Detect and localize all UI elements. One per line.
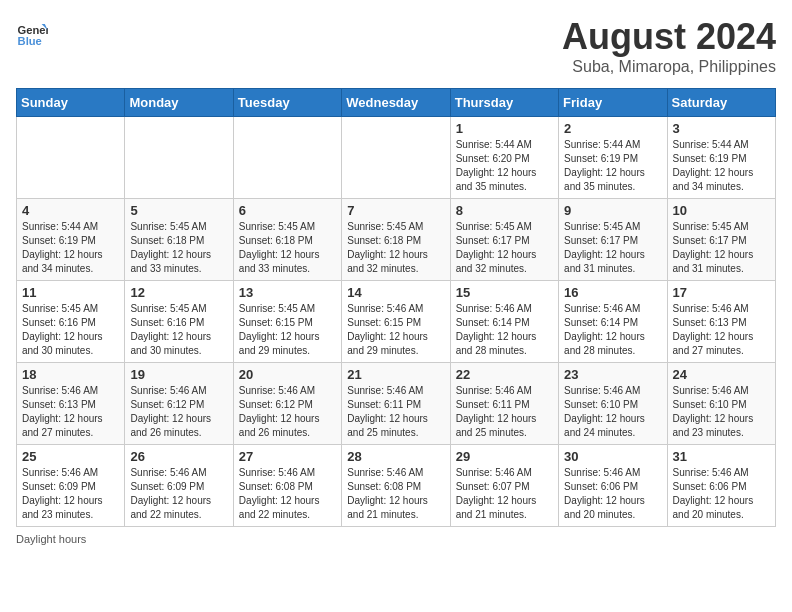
day-number: 12	[130, 285, 227, 300]
day-number: 16	[564, 285, 661, 300]
day-header-wednesday: Wednesday	[342, 89, 450, 117]
header: General Blue August 2024 Suba, Mimaropa,…	[16, 16, 776, 76]
calendar-cell: 31Sunrise: 5:46 AM Sunset: 6:06 PM Dayli…	[667, 445, 775, 527]
day-number: 22	[456, 367, 553, 382]
day-info: Sunrise: 5:46 AM Sunset: 6:08 PM Dayligh…	[239, 466, 336, 522]
day-info: Sunrise: 5:44 AM Sunset: 6:19 PM Dayligh…	[673, 138, 770, 194]
day-number: 5	[130, 203, 227, 218]
calendar-cell: 13Sunrise: 5:45 AM Sunset: 6:15 PM Dayli…	[233, 281, 341, 363]
day-number: 26	[130, 449, 227, 464]
calendar-cell: 21Sunrise: 5:46 AM Sunset: 6:11 PM Dayli…	[342, 363, 450, 445]
day-number: 11	[22, 285, 119, 300]
day-number: 1	[456, 121, 553, 136]
day-info: Sunrise: 5:46 AM Sunset: 6:10 PM Dayligh…	[673, 384, 770, 440]
calendar-cell: 24Sunrise: 5:46 AM Sunset: 6:10 PM Dayli…	[667, 363, 775, 445]
calendar-week-row: 18Sunrise: 5:46 AM Sunset: 6:13 PM Dayli…	[17, 363, 776, 445]
day-number: 29	[456, 449, 553, 464]
day-number: 3	[673, 121, 770, 136]
calendar-header: SundayMondayTuesdayWednesdayThursdayFrid…	[17, 89, 776, 117]
day-header-friday: Friday	[559, 89, 667, 117]
logo: General Blue	[16, 16, 48, 48]
day-info: Sunrise: 5:46 AM Sunset: 6:14 PM Dayligh…	[456, 302, 553, 358]
calendar-cell: 10Sunrise: 5:45 AM Sunset: 6:17 PM Dayli…	[667, 199, 775, 281]
day-header-monday: Monday	[125, 89, 233, 117]
day-info: Sunrise: 5:45 AM Sunset: 6:17 PM Dayligh…	[456, 220, 553, 276]
calendar-cell: 30Sunrise: 5:46 AM Sunset: 6:06 PM Dayli…	[559, 445, 667, 527]
day-number: 10	[673, 203, 770, 218]
calendar-cell: 14Sunrise: 5:46 AM Sunset: 6:15 PM Dayli…	[342, 281, 450, 363]
calendar-cell: 22Sunrise: 5:46 AM Sunset: 6:11 PM Dayli…	[450, 363, 558, 445]
svg-text:Blue: Blue	[18, 35, 42, 47]
calendar-cell: 26Sunrise: 5:46 AM Sunset: 6:09 PM Dayli…	[125, 445, 233, 527]
day-number: 31	[673, 449, 770, 464]
calendar-week-row: 25Sunrise: 5:46 AM Sunset: 6:09 PM Dayli…	[17, 445, 776, 527]
calendar-cell: 19Sunrise: 5:46 AM Sunset: 6:12 PM Dayli…	[125, 363, 233, 445]
day-number: 25	[22, 449, 119, 464]
calendar-cell: 9Sunrise: 5:45 AM Sunset: 6:17 PM Daylig…	[559, 199, 667, 281]
day-info: Sunrise: 5:46 AM Sunset: 6:15 PM Dayligh…	[347, 302, 444, 358]
day-info: Sunrise: 5:45 AM Sunset: 6:16 PM Dayligh…	[130, 302, 227, 358]
day-header-saturday: Saturday	[667, 89, 775, 117]
day-number: 28	[347, 449, 444, 464]
calendar-cell: 11Sunrise: 5:45 AM Sunset: 6:16 PM Dayli…	[17, 281, 125, 363]
day-info: Sunrise: 5:45 AM Sunset: 6:15 PM Dayligh…	[239, 302, 336, 358]
month-year-title: August 2024	[562, 16, 776, 58]
day-number: 15	[456, 285, 553, 300]
day-info: Sunrise: 5:45 AM Sunset: 6:18 PM Dayligh…	[130, 220, 227, 276]
day-info: Sunrise: 5:46 AM Sunset: 6:12 PM Dayligh…	[130, 384, 227, 440]
calendar-body: 1Sunrise: 5:44 AM Sunset: 6:20 PM Daylig…	[17, 117, 776, 527]
calendar-cell: 27Sunrise: 5:46 AM Sunset: 6:08 PM Dayli…	[233, 445, 341, 527]
day-info: Sunrise: 5:46 AM Sunset: 6:08 PM Dayligh…	[347, 466, 444, 522]
day-info: Sunrise: 5:45 AM Sunset: 6:18 PM Dayligh…	[347, 220, 444, 276]
calendar-cell: 25Sunrise: 5:46 AM Sunset: 6:09 PM Dayli…	[17, 445, 125, 527]
day-number: 8	[456, 203, 553, 218]
day-number: 18	[22, 367, 119, 382]
calendar-cell: 28Sunrise: 5:46 AM Sunset: 6:08 PM Dayli…	[342, 445, 450, 527]
day-info: Sunrise: 5:46 AM Sunset: 6:10 PM Dayligh…	[564, 384, 661, 440]
calendar-week-row: 1Sunrise: 5:44 AM Sunset: 6:20 PM Daylig…	[17, 117, 776, 199]
day-info: Sunrise: 5:45 AM Sunset: 6:16 PM Dayligh…	[22, 302, 119, 358]
day-info: Sunrise: 5:46 AM Sunset: 6:13 PM Dayligh…	[673, 302, 770, 358]
calendar-cell: 8Sunrise: 5:45 AM Sunset: 6:17 PM Daylig…	[450, 199, 558, 281]
day-number: 21	[347, 367, 444, 382]
day-headers-row: SundayMondayTuesdayWednesdayThursdayFrid…	[17, 89, 776, 117]
day-info: Sunrise: 5:44 AM Sunset: 6:20 PM Dayligh…	[456, 138, 553, 194]
calendar-cell	[125, 117, 233, 199]
day-info: Sunrise: 5:45 AM Sunset: 6:17 PM Dayligh…	[564, 220, 661, 276]
day-number: 6	[239, 203, 336, 218]
calendar-table: SundayMondayTuesdayWednesdayThursdayFrid…	[16, 88, 776, 527]
calendar-cell: 2Sunrise: 5:44 AM Sunset: 6:19 PM Daylig…	[559, 117, 667, 199]
day-number: 19	[130, 367, 227, 382]
calendar-cell: 6Sunrise: 5:45 AM Sunset: 6:18 PM Daylig…	[233, 199, 341, 281]
day-number: 13	[239, 285, 336, 300]
calendar-cell	[342, 117, 450, 199]
calendar-cell: 1Sunrise: 5:44 AM Sunset: 6:20 PM Daylig…	[450, 117, 558, 199]
day-number: 27	[239, 449, 336, 464]
day-info: Sunrise: 5:46 AM Sunset: 6:14 PM Dayligh…	[564, 302, 661, 358]
day-info: Sunrise: 5:46 AM Sunset: 6:07 PM Dayligh…	[456, 466, 553, 522]
day-number: 20	[239, 367, 336, 382]
day-info: Sunrise: 5:46 AM Sunset: 6:13 PM Dayligh…	[22, 384, 119, 440]
day-number: 9	[564, 203, 661, 218]
day-info: Sunrise: 5:46 AM Sunset: 6:12 PM Dayligh…	[239, 384, 336, 440]
day-info: Sunrise: 5:46 AM Sunset: 6:11 PM Dayligh…	[347, 384, 444, 440]
day-header-sunday: Sunday	[17, 89, 125, 117]
calendar-cell	[17, 117, 125, 199]
calendar-cell: 5Sunrise: 5:45 AM Sunset: 6:18 PM Daylig…	[125, 199, 233, 281]
calendar-week-row: 11Sunrise: 5:45 AM Sunset: 6:16 PM Dayli…	[17, 281, 776, 363]
day-number: 17	[673, 285, 770, 300]
day-number: 4	[22, 203, 119, 218]
day-header-thursday: Thursday	[450, 89, 558, 117]
day-info: Sunrise: 5:44 AM Sunset: 6:19 PM Dayligh…	[564, 138, 661, 194]
day-info: Sunrise: 5:44 AM Sunset: 6:19 PM Dayligh…	[22, 220, 119, 276]
calendar-cell: 4Sunrise: 5:44 AM Sunset: 6:19 PM Daylig…	[17, 199, 125, 281]
calendar-cell: 3Sunrise: 5:44 AM Sunset: 6:19 PM Daylig…	[667, 117, 775, 199]
day-number: 24	[673, 367, 770, 382]
title-area: August 2024 Suba, Mimaropa, Philippines	[562, 16, 776, 76]
day-number: 14	[347, 285, 444, 300]
calendar-cell: 20Sunrise: 5:46 AM Sunset: 6:12 PM Dayli…	[233, 363, 341, 445]
day-number: 2	[564, 121, 661, 136]
footer-note: Daylight hours	[16, 533, 776, 545]
day-number: 30	[564, 449, 661, 464]
day-info: Sunrise: 5:45 AM Sunset: 6:18 PM Dayligh…	[239, 220, 336, 276]
